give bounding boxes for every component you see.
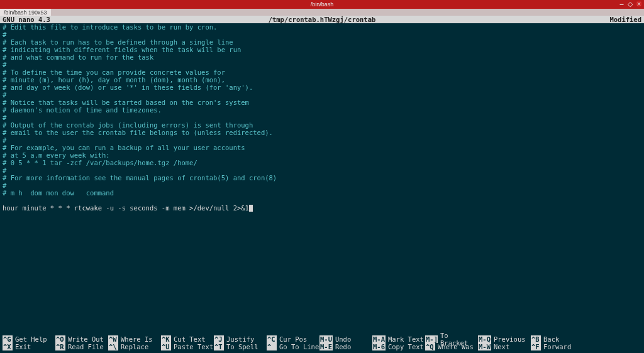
editor-line: [3, 197, 641, 204]
shortcut-item: ^CCur Pos: [267, 335, 319, 343]
editor-line: # and what command to run for the task: [3, 53, 641, 61]
editor-line: # email to the user the crontab file bel…: [3, 129, 641, 136]
shortcut-key: ^\: [108, 343, 118, 350]
editor-line: # m h dom mon dow command: [3, 189, 641, 197]
shortcut-label: Mark Text: [388, 335, 424, 343]
shortcut-item: M-ERedo: [319, 343, 372, 350]
shortcut-label: Redo: [335, 343, 351, 350]
shortcut-label: Forward: [543, 343, 571, 350]
shortcut-label: Get Help: [15, 335, 47, 343]
shortcut-item: ^QWhere Was: [425, 343, 478, 350]
shortcut-label: Copy Text: [388, 343, 424, 350]
shortcut-item: M-WNext: [478, 343, 531, 350]
shortcut-column: M-QPreviousM-WNext: [478, 335, 531, 350]
shortcut-label: Cur Pos: [279, 335, 307, 343]
shortcut-label: Exit: [15, 343, 31, 350]
shortcut-item: ^TTo Spell: [214, 343, 267, 350]
shortcut-item: ^FForward: [531, 343, 584, 350]
terminal-tabbar: /bin/bash 190x53: [0, 9, 644, 16]
shortcut-label: Write Out: [68, 335, 104, 343]
maximize-button[interactable]: ◇: [627, 1, 633, 7]
editor-line: # Each task to run has to be defined thr…: [3, 38, 641, 46]
editor-line: # and day of week (dow) or use '*' in th…: [3, 84, 641, 91]
cursor: [249, 205, 253, 212]
shortcut-column: ^JJustify^TTo Spell: [214, 335, 267, 350]
editor-line: # For more information see the manual pa…: [3, 174, 641, 182]
shortcut-item: ^\Replace: [108, 343, 161, 350]
nano-modified-indicator: Modified: [516, 16, 641, 23]
editor-line: # at 5 a.m every week with:: [3, 151, 641, 159]
shortcut-item: ^GGet Help: [3, 335, 55, 343]
nano-filename: /tmp/crontab.hTWzgj/crontab: [128, 16, 516, 23]
nano-shortcuts: ^GGet Help^XExit^OWrite Out^RRead File^W…: [3, 335, 641, 350]
editor-line: # Notice that tasks will be started base…: [3, 99, 641, 106]
shortcut-label: Undo: [335, 335, 351, 343]
editor-line: #: [3, 182, 641, 189]
shortcut-item: ^WWhere Is: [108, 335, 161, 343]
editor-line: # indicating with different fields when …: [3, 46, 641, 53]
shortcut-key: ^R: [55, 343, 65, 350]
shortcut-item: M-AMark Text: [372, 335, 425, 343]
shortcut-key: ^O: [55, 335, 65, 343]
shortcut-item: ^RRead File: [55, 343, 108, 350]
editor-line: # Edit this file to introduce tasks to b…: [3, 23, 641, 31]
nano-statusbar: GNU nano 4.3 /tmp/crontab.hTWzgj/crontab…: [0, 16, 644, 23]
shortcut-label: Previous: [494, 335, 526, 343]
editor-line: # minute (m), hour (h), day of month (do…: [3, 76, 641, 84]
shortcut-item: M-QPrevious: [478, 335, 531, 343]
shortcut-key: ^Q: [425, 343, 435, 350]
minimize-button[interactable]: ‒: [618, 1, 625, 7]
shortcut-column: ^OWrite Out^RRead File: [55, 335, 108, 350]
shortcut-label: Back: [543, 335, 559, 343]
shortcut-key: M-U: [319, 335, 333, 343]
shortcut-column: M-UUndoM-ERedo: [319, 335, 372, 350]
shortcut-key: ^X: [3, 343, 13, 350]
shortcut-item: M-]To Bracket: [425, 335, 478, 343]
editor-line: #: [3, 166, 641, 174]
shortcut-key: ^G: [3, 335, 13, 343]
shortcut-label: Justify: [226, 335, 254, 343]
shortcut-key: ^_: [267, 343, 277, 350]
shortcut-key: ^U: [161, 343, 171, 350]
shortcut-column: ^BBack^FForward: [531, 335, 584, 350]
shortcut-label: Paste Text: [174, 343, 213, 350]
editor-line: # To define the time you can provide con…: [3, 68, 641, 76]
editor-line: # 0 5 * * 1 tar -zcf /var/backups/home.t…: [3, 159, 641, 166]
shortcut-item: ^_Go To Line: [267, 343, 319, 350]
shortcut-key: ^J: [214, 335, 224, 343]
shortcut-key: ^C: [267, 335, 277, 343]
shortcut-item: M-UUndo: [319, 335, 372, 343]
shortcut-key: M-E: [319, 343, 333, 350]
shortcut-item: M-6Copy Text: [372, 343, 425, 350]
window-titlebar: /bin/bash ‒ ◇ ×: [0, 0, 644, 9]
editor-line: # For example, you can run a backup of a…: [3, 144, 641, 151]
shortcut-item: ^KCut Text: [161, 335, 214, 343]
nano-version: GNU nano 4.3: [3, 16, 128, 23]
shortcut-key: M-W: [478, 343, 491, 350]
shortcut-key: ^W: [108, 335, 118, 343]
shortcut-column: ^WWhere Is^\Replace: [108, 335, 161, 350]
shortcut-key: M-6: [372, 343, 386, 350]
shortcut-column: ^GGet Help^XExit: [3, 335, 55, 350]
editor-line: #: [3, 136, 641, 144]
shortcut-key: ^K: [161, 335, 171, 343]
editor-line: # Output of the crontab jobs (including …: [3, 121, 641, 129]
shortcut-label: Read File: [68, 343, 104, 350]
shortcut-key: ^B: [531, 335, 541, 343]
shortcut-item: ^UPaste Text: [161, 343, 214, 350]
shortcut-key: M-]: [425, 335, 438, 343]
shortcut-key: M-A: [372, 335, 386, 343]
shortcut-column: ^CCur Pos^_Go To Line: [267, 335, 319, 350]
shortcut-item: ^JJustify: [214, 335, 267, 343]
close-button[interactable]: ×: [636, 1, 642, 7]
window-controls: ‒ ◇ ×: [618, 1, 642, 7]
window-title: /bin/bash: [311, 1, 334, 8]
editor-line: #: [3, 31, 641, 38]
terminal-tab[interactable]: /bin/bash 190x53: [0, 9, 51, 16]
editor-content[interactable]: # Edit this file to introduce tasks to b…: [0, 23, 644, 212]
editor-line: #: [3, 114, 641, 121]
shortcut-key: M-Q: [478, 335, 491, 343]
editor-line: # daemon's notion of time and timezones.: [3, 106, 641, 114]
shortcut-item: ^BBack: [531, 335, 584, 343]
shortcut-item: ^XExit: [3, 343, 55, 350]
